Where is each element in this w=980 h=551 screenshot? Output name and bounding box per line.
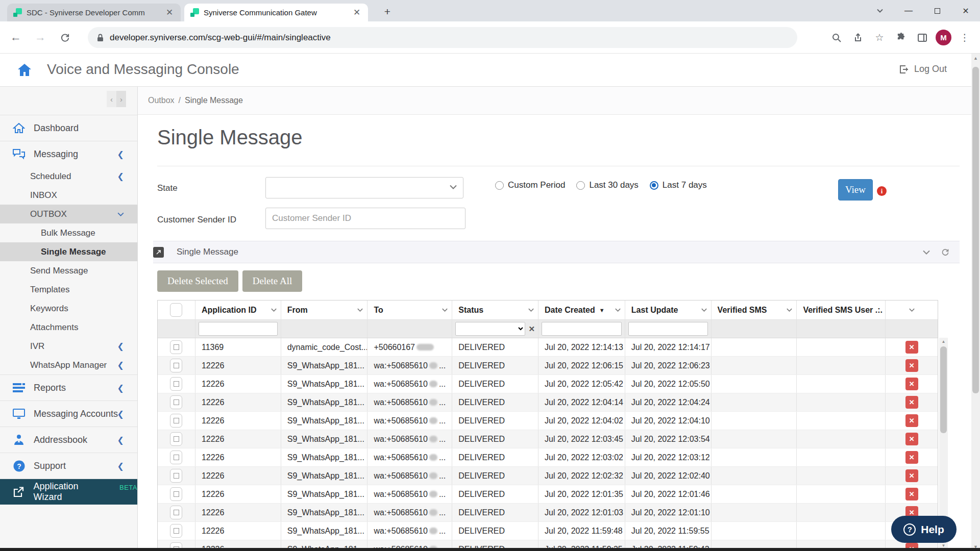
back-icon[interactable]: ← xyxy=(7,29,24,46)
star-icon[interactable]: ☆ xyxy=(871,30,888,46)
chevron-down-icon[interactable] xyxy=(271,308,277,312)
address-bar[interactable]: developer.syniverse.com/scg-web-gui/#/ma… xyxy=(88,27,797,48)
chevron-icon[interactable]: ❮ xyxy=(117,171,124,181)
row-checkbox[interactable] xyxy=(158,357,195,374)
chevron-down-icon[interactable] xyxy=(615,308,621,312)
delete-all-button[interactable]: Delete All xyxy=(242,270,303,292)
chevron-down-icon[interactable] xyxy=(787,308,792,312)
col-verified-sms-user[interactable]: Verified SMS User .:. xyxy=(797,300,886,319)
col-from[interactable]: From xyxy=(281,300,368,319)
delete-row-button[interactable]: ✕ xyxy=(905,469,918,482)
sidebar-back-button[interactable]: ‹ xyxy=(107,91,116,107)
row-checkbox[interactable] xyxy=(158,375,195,393)
chevron-icon[interactable]: ❮ xyxy=(117,409,124,419)
row-checkbox[interactable] xyxy=(158,393,195,411)
sidebar-item-addressbook[interactable]: Addressbook ❮ xyxy=(0,427,137,453)
refresh-panel-icon[interactable] xyxy=(941,248,949,256)
view-button[interactable]: View xyxy=(838,179,873,201)
sidebar-item-support[interactable]: ? Support ❮ xyxy=(0,453,137,479)
sidebar-item-messaging[interactable]: Messaging ❮ xyxy=(0,141,137,167)
delete-row-button[interactable]: ✕ xyxy=(905,341,918,354)
radio-icon[interactable] xyxy=(576,181,585,190)
page-scrollbar-thumb[interactable] xyxy=(972,67,979,393)
scroll-up-icon[interactable]: ▲ xyxy=(971,54,980,62)
sidebar-item-single-message[interactable]: Single Message xyxy=(0,242,137,261)
delete-row-button[interactable]: ✕ xyxy=(905,378,918,390)
logout-button[interactable]: Log Out xyxy=(899,64,947,74)
table-scrollbar-thumb[interactable] xyxy=(940,346,947,433)
popout-icon[interactable] xyxy=(153,247,164,258)
chevron-down-icon[interactable] xyxy=(909,308,915,312)
chevron-down-icon[interactable] xyxy=(701,308,707,312)
radio-icon[interactable] xyxy=(495,181,504,190)
minimize-button[interactable]: — xyxy=(894,0,923,21)
last-update-filter-input[interactable] xyxy=(628,322,708,336)
tab-close-icon[interactable]: ✕ xyxy=(164,8,175,18)
sidebar-item-outbox[interactable]: OUTBOX xyxy=(0,205,137,223)
col-date-created[interactable]: Date Created▼ xyxy=(538,300,625,319)
extensions-icon[interactable] xyxy=(893,30,909,46)
row-checkbox[interactable] xyxy=(158,504,195,521)
zoom-icon[interactable] xyxy=(828,30,845,46)
col-to[interactable]: To xyxy=(368,300,452,319)
sidebar-item-whatsapp-manager[interactable]: WhatsApp Manager ❮ xyxy=(0,356,137,374)
col-last-update[interactable]: Last Update xyxy=(625,300,712,319)
close-button[interactable]: ✕ xyxy=(951,0,980,21)
row-checkbox[interactable] xyxy=(158,467,195,485)
delete-selected-button[interactable]: Delete Selected xyxy=(157,270,238,292)
row-checkbox[interactable] xyxy=(158,412,195,430)
radio-custom-period[interactable]: Custom Period xyxy=(495,180,565,190)
sidebar-item-bulk-message[interactable]: Bulk Message xyxy=(0,223,137,242)
sidebar-item-attachments[interactable]: Attachments xyxy=(0,318,137,337)
delete-row-button[interactable]: ✕ xyxy=(905,414,918,427)
radio-checked-icon[interactable] xyxy=(650,181,658,190)
chevron-down-icon[interactable] xyxy=(357,308,363,312)
tab-close-icon[interactable]: ✕ xyxy=(352,8,362,18)
status-filter-select[interactable] xyxy=(455,322,525,336)
chevron-icon[interactable]: ❮ xyxy=(117,360,124,370)
side-panel-icon[interactable] xyxy=(914,30,930,46)
sidebar-forward-button[interactable]: › xyxy=(116,91,126,107)
col-application-id[interactable]: Application ID xyxy=(195,300,281,319)
sidebar-item-keywords[interactable]: Keywords xyxy=(0,299,137,318)
sidebar-item-application-wizard[interactable]: Application Wizard BETA xyxy=(0,479,137,505)
collapse-chevron-icon[interactable] xyxy=(923,250,930,255)
browser-tab-2[interactable]: Syniverse Communication Gatew ✕ xyxy=(184,4,368,21)
sidebar-item-scheduled[interactable]: Scheduled ❮ xyxy=(0,167,137,186)
delete-row-button[interactable]: ✕ xyxy=(905,433,918,445)
share-icon[interactable] xyxy=(850,30,866,46)
chevron-icon[interactable]: ❮ xyxy=(117,461,124,471)
chevron-icon[interactable]: ❮ xyxy=(117,435,124,445)
col-actions[interactable] xyxy=(886,300,938,319)
row-checkbox[interactable] xyxy=(158,485,195,503)
breadcrumb-parent[interactable]: Outbox xyxy=(148,96,175,105)
new-tab-button[interactable]: + xyxy=(380,5,395,19)
radio-last-30-days[interactable]: Last 30 days xyxy=(576,180,638,190)
restore-button[interactable] xyxy=(923,0,951,21)
browser-tab-1[interactable]: SDC - Syniverse Developer Comm ✕ xyxy=(7,4,181,21)
chevron-down-icon[interactable] xyxy=(528,308,534,312)
delete-row-button[interactable]: ✕ xyxy=(905,359,918,372)
customer-sender-input[interactable] xyxy=(265,208,465,229)
row-checkbox[interactable] xyxy=(158,448,195,466)
help-button[interactable]: ? Help xyxy=(891,516,957,543)
state-select[interactable] xyxy=(265,177,463,198)
window-menu-chevron-icon[interactable] xyxy=(866,0,894,21)
sidebar-item-reports[interactable]: Reports ❮ xyxy=(0,375,137,400)
info-icon[interactable]: i xyxy=(877,186,887,196)
col-status[interactable]: Status xyxy=(452,300,538,319)
chevron-icon[interactable]: ❮ xyxy=(117,149,124,159)
sidebar-item-ivr[interactable]: IVR ❮ xyxy=(0,337,137,356)
home-icon[interactable] xyxy=(17,63,32,77)
col-verified-sms[interactable]: Verified SMS xyxy=(712,300,797,319)
avatar[interactable]: M xyxy=(936,30,951,45)
sidebar-item-messaging-accounts[interactable]: Messaging Accounts ❮ xyxy=(0,401,137,427)
page-scrollbar[interactable]: ▲ ▼ xyxy=(971,54,980,551)
sidebar-item-dashboard[interactable]: Dashboard xyxy=(0,115,137,141)
chevron-icon[interactable] xyxy=(117,212,124,216)
delete-row-button[interactable]: ✕ xyxy=(905,451,918,464)
clear-filter-icon[interactable]: ✕ xyxy=(528,324,535,334)
delete-row-button[interactable]: ✕ xyxy=(905,488,918,500)
forward-icon[interactable]: → xyxy=(32,29,49,46)
date-created-filter-input[interactable] xyxy=(542,322,622,336)
